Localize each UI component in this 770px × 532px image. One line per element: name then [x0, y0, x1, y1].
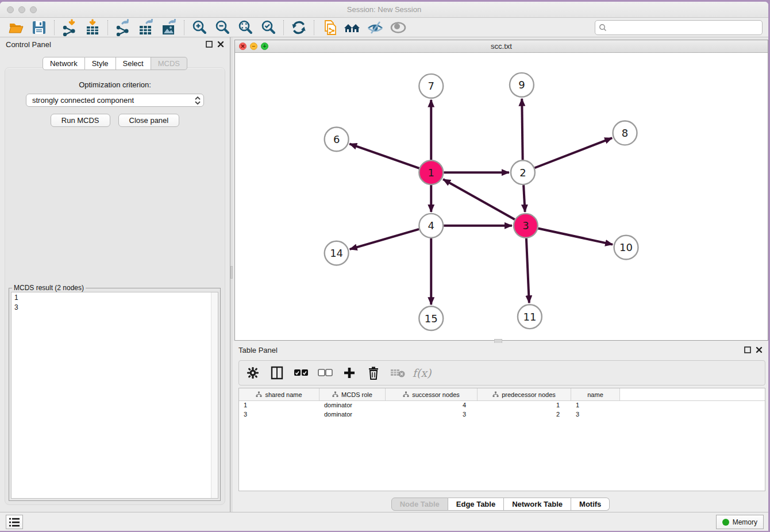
memory-button[interactable]: Memory [716, 515, 764, 529]
network-canvas[interactable]: 7968124314101511 [235, 53, 768, 340]
table-body: 1dominator4113dominator323 [239, 401, 765, 419]
graph-node-label: 3 [522, 219, 529, 232]
refresh-icon [290, 19, 307, 36]
add-icon [343, 367, 356, 379]
mcds-result-area[interactable]: 1 3 [11, 292, 218, 499]
show-eye-button[interactable] [387, 18, 410, 37]
export-image-button[interactable] [157, 18, 180, 37]
network-graph[interactable]: 7968124314101511 [235, 53, 768, 340]
column-layout-button[interactable] [269, 364, 285, 381]
delete-table-button[interactable] [390, 364, 406, 381]
toolbar-separator [283, 20, 284, 35]
table-row[interactable]: 3dominator323 [239, 410, 765, 419]
column-header[interactable]: successor nodes [386, 388, 478, 400]
run-mcds-button[interactable]: Run MCDS [51, 114, 110, 127]
criterion-select[interactable]: strongly connected component [26, 94, 204, 107]
graph-node-label: 14 [330, 247, 343, 259]
select-all-button[interactable] [293, 364, 309, 381]
table-cell[interactable]: 1 [571, 401, 620, 410]
graph-edge-3-11[interactable] [526, 238, 529, 303]
table-cell[interactable]: dominator [319, 410, 386, 419]
graph-edge-2-9[interactable] [522, 99, 522, 160]
export-network-button[interactable] [111, 18, 134, 37]
search-box [595, 20, 763, 35]
float-panel-icon[interactable] [744, 346, 751, 353]
table-cell[interactable]: dominator [319, 401, 386, 410]
toolbar-separator [107, 20, 108, 35]
clear-selection-button[interactable] [317, 364, 333, 381]
table-panel: Table Panel [233, 343, 768, 512]
criterion-value: strongly connected component [32, 96, 194, 105]
gear-button[interactable] [245, 364, 261, 381]
close-panel-button[interactable]: Close panel [118, 114, 180, 127]
open-session-button[interactable] [5, 18, 28, 37]
tab-network-table[interactable]: Network Table [504, 498, 571, 511]
zoom-out-icon [214, 19, 231, 36]
search-icon [599, 24, 607, 32]
hide-eye-button[interactable] [364, 18, 387, 37]
table-cell[interactable]: 3 [239, 410, 319, 419]
node-table[interactable]: shared nameMCDS rolesuccessor nodesprede… [238, 388, 765, 491]
tab-edge-table[interactable]: Edge Table [448, 498, 504, 511]
tab-select[interactable]: Select [116, 57, 151, 70]
table-cell[interactable]: 4 [386, 401, 478, 410]
tab-network[interactable]: Network [43, 57, 85, 70]
result-scrollbar[interactable] [211, 292, 218, 498]
zoom-out-button[interactable] [211, 18, 234, 37]
tab-motifs[interactable]: Motifs [571, 498, 610, 511]
stepper-chevrons-icon [194, 96, 201, 105]
tab-style[interactable]: Style [85, 57, 116, 70]
table-cell[interactable]: 2 [478, 410, 571, 419]
save-session-button[interactable] [28, 18, 51, 37]
refresh-button[interactable] [287, 18, 310, 37]
import-network-button[interactable] [58, 18, 81, 37]
zoom-fit-button[interactable] [234, 18, 257, 37]
task-history-button[interactable] [6, 515, 23, 529]
splitter-grip[interactable] [230, 266, 233, 279]
table-cell[interactable]: 3 [571, 410, 620, 419]
column-header[interactable]: MCDS role [319, 388, 386, 400]
maximize-window-button[interactable] [30, 6, 37, 13]
graph-edge-3-1[interactable] [443, 179, 515, 219]
window-controls [7, 6, 37, 13]
graph-edge-2-8[interactable] [534, 138, 612, 168]
duplicate-network-button[interactable] [318, 18, 341, 37]
trash-button[interactable] [365, 364, 382, 381]
export-table-button[interactable] [134, 18, 157, 37]
list-icon [9, 517, 20, 527]
tab-mcds[interactable]: MCDS [151, 57, 187, 70]
zoom-selected-button[interactable] [257, 18, 280, 37]
close-panel-icon[interactable] [217, 41, 224, 48]
graph-edge-2-3[interactable] [523, 185, 525, 212]
table-cell[interactable]: 1 [239, 401, 319, 410]
table-cell[interactable]: 3 [386, 410, 478, 419]
network-maximize-button[interactable]: + [261, 43, 268, 50]
memory-label: Memory [733, 518, 757, 526]
close-window-button[interactable] [7, 6, 14, 13]
graph-edge-4-14[interactable] [350, 229, 419, 249]
import-table-button[interactable] [81, 18, 104, 37]
zoom-in-button[interactable] [188, 18, 211, 37]
close-panel-icon[interactable] [756, 346, 763, 353]
first-neighbors-button[interactable] [341, 18, 364, 37]
column-header-label: name [587, 391, 603, 398]
graph-edge-3-10[interactable] [538, 228, 613, 244]
network-minimize-button[interactable]: − [250, 43, 257, 50]
zoom-fit-icon [237, 19, 254, 36]
graph-edge-1-6[interactable] [349, 144, 419, 168]
optimization-criterion-label: Optimization criterion: [5, 80, 225, 89]
minimize-window-button[interactable] [18, 6, 25, 13]
tab-node-table[interactable]: Node Table [391, 498, 448, 511]
column-header[interactable]: name [571, 388, 620, 400]
column-header[interactable]: shared name [239, 388, 319, 400]
add-button[interactable] [341, 364, 357, 381]
function-builder-button[interactable]: f(x) [414, 364, 430, 381]
column-header[interactable]: predecessor nodes [478, 388, 571, 400]
search-input[interactable] [609, 24, 759, 32]
select-all-icon [294, 369, 309, 377]
network-close-button[interactable]: ✕ [239, 43, 247, 50]
mcds-result-title: MCDS result (2 nodes) [12, 284, 86, 292]
float-panel-icon[interactable] [206, 41, 213, 48]
table-cell[interactable]: 1 [478, 401, 571, 410]
table-row[interactable]: 1dominator411 [239, 401, 765, 410]
